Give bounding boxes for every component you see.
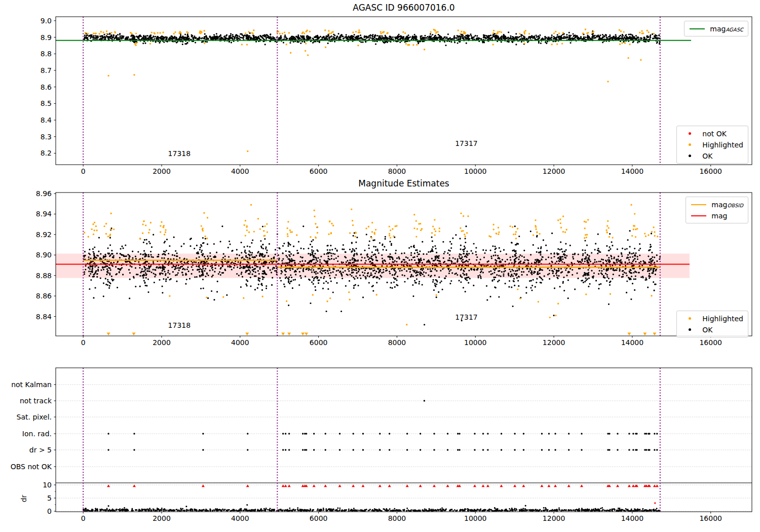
obsid-annotation: 17318	[168, 321, 191, 329]
x-tick-label: 4000	[231, 167, 249, 175]
category-label: Sat. pixel.	[17, 413, 52, 421]
y-tick-label: 8.3	[41, 133, 52, 141]
highlighted-points	[85, 29, 654, 151]
x-tick-label: 14000	[621, 514, 644, 522]
y-tick-label: 8.84	[36, 313, 52, 321]
figure: 17318173171731817317not Kalmannot trackS…	[0, 0, 760, 532]
dr-outlier-points	[108, 505, 525, 507]
x-tick-label: 10000	[464, 514, 487, 522]
dot-swatch-icon	[681, 328, 698, 331]
y-tick-label: 8.94	[36, 210, 52, 218]
x-tick-label: 16000	[699, 338, 722, 347]
x-tick-label: 10000	[464, 338, 487, 347]
category-label: not Kalman	[11, 381, 52, 389]
x-tick-label: 16000	[699, 167, 722, 175]
ok-points	[84, 31, 660, 46]
x-tick-label: 2000	[153, 338, 171, 347]
x-tick-label: 2000	[153, 167, 171, 175]
category-label: OBS not OK	[11, 463, 52, 471]
x-tick-label: 16000	[699, 514, 722, 522]
legend-item-highlighted: Highlighted	[681, 140, 743, 149]
legend-top-markers: not OK Highlighted OK	[676, 126, 748, 164]
y-tick-label: 9.0	[41, 17, 52, 25]
clipped-low-markers	[107, 333, 657, 336]
y-tick-label: 8.6	[41, 83, 52, 91]
middle-chart-title: Magnitude Estimates	[56, 178, 752, 188]
x-tick-label: 8000	[388, 514, 406, 522]
obsid-annotation: 17317	[455, 139, 478, 147]
axes-frame	[56, 368, 752, 512]
x-tick-label: 8000	[388, 338, 406, 347]
y-tick-label: 8.8	[41, 50, 52, 58]
legend-label: OK	[702, 152, 712, 160]
dot-swatch-icon	[681, 317, 698, 320]
x-tick-label: 14000	[621, 167, 644, 175]
legend-mag-agasc: magAGASC	[684, 21, 748, 36]
line-swatch-icon	[691, 204, 707, 205]
obsid-annotation: 17318	[168, 149, 191, 158]
legend-label: OK	[702, 326, 712, 334]
line-swatch-icon	[689, 28, 705, 29]
y-tick-label: 8.92	[36, 231, 52, 239]
y-tick-label: 8.2	[41, 149, 52, 157]
x-tick-label: 12000	[543, 167, 565, 175]
legend-item-ok: OK	[681, 151, 743, 161]
legend-label: magAGASC	[710, 25, 743, 33]
legend-item-mag-obsid: magOBSID	[691, 200, 743, 209]
dr-points	[83, 508, 660, 511]
plots-canvas: 17318173171731817317not Kalmannot trackS…	[0, 0, 760, 532]
x-tick-label: 6000	[310, 167, 328, 175]
legend-label: not OK	[702, 130, 727, 138]
category-label: not track	[20, 397, 52, 405]
x-tick-label: 0	[81, 167, 86, 175]
legend-label: magOBSID	[711, 201, 743, 209]
y-tick-label: 8.7	[41, 66, 52, 74]
top-chart-title: AGASC ID 966007016.0	[56, 3, 752, 13]
x-tick-label: 12000	[543, 514, 565, 522]
obsid-annotation: 17317	[455, 313, 478, 321]
x-tick-label: 4000	[231, 514, 249, 522]
dr-tick-label: 10	[43, 481, 52, 489]
dr-tick-label: 5	[47, 494, 52, 502]
line-swatch-icon	[691, 215, 707, 216]
dot-swatch-icon	[681, 155, 698, 157]
y-tick-label: 8.96	[36, 189, 52, 198]
y-tick-label: 8.9	[41, 33, 52, 42]
x-tick-label: 14000	[621, 338, 644, 347]
legend-mid-markers: Highlighted OK	[676, 311, 748, 337]
dot-swatch-icon	[681, 143, 698, 146]
x-tick-label: 4000	[231, 338, 249, 347]
legend-item-mag-agasc: magAGASC	[689, 24, 743, 33]
x-tick-label: 2000	[153, 514, 171, 522]
legend-label: mag	[711, 212, 727, 220]
y-tick-label: 8.86	[36, 292, 52, 300]
dr-tick-label: 0	[47, 507, 52, 515]
legend-item-mag: mag	[691, 211, 743, 220]
flag-event-points	[108, 401, 657, 450]
dot-swatch-icon	[681, 132, 698, 135]
x-tick-label: 6000	[310, 514, 328, 522]
dr-axis-label: dr	[20, 495, 28, 503]
x-tick-label: 10000	[464, 167, 487, 175]
y-tick-label: 8.90	[36, 251, 52, 259]
category-label: dr > 5	[29, 446, 52, 454]
x-tick-label: 12000	[543, 338, 565, 347]
x-tick-label: 8000	[388, 167, 406, 175]
x-tick-label: 6000	[310, 338, 328, 347]
y-tick-label: 8.88	[36, 272, 52, 280]
legend-label: Highlighted	[702, 315, 743, 323]
y-tick-label: 8.4	[41, 116, 52, 124]
y-tick-label: 8.5	[41, 99, 52, 107]
legend-item-highlighted: Highlighted	[681, 314, 743, 323]
x-tick-label: 0	[81, 514, 86, 522]
legend-item-not-ok: not OK	[681, 129, 743, 138]
legend-mid-lines: magOBSID mag	[686, 197, 748, 223]
legend-item-ok: OK	[681, 325, 743, 334]
x-tick-label: 0	[81, 338, 86, 347]
legend-label: Highlighted	[702, 141, 743, 149]
category-label: Ion. rad.	[22, 430, 52, 438]
